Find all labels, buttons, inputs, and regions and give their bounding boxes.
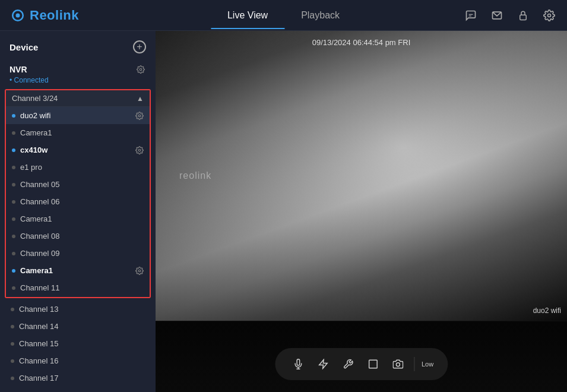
channel-dot [12, 166, 15, 169]
channel-box-title: Channel 3/24 [12, 94, 58, 103]
quality-label[interactable]: Low [419, 361, 436, 368]
channel-name: e1 pro [20, 163, 144, 172]
video-main: 09/13/2024 06:44:54 pm FRI reolink duo2 … [156, 31, 567, 321]
svg-point-9 [138, 149, 141, 151]
tab-live-view[interactable]: Live View [211, 2, 284, 29]
logo-text: Reolink [30, 8, 79, 23]
channel-list-inner: duo2 wifi Camera1cx410w e1 proChannel 05… [6, 107, 150, 297]
channel-dot [11, 377, 14, 380]
video-bottom-feed: Low [156, 321, 567, 392]
channel-item[interactable]: Channel 13 [5, 301, 151, 318]
header: Reolink Live View Playback [0, 0, 567, 31]
channel-dot [12, 252, 15, 255]
channel-item[interactable]: Camera1 [6, 210, 150, 227]
channel-box-header: Channel 3/24 ▲ [6, 90, 150, 107]
channel-name: duo2 wifi [20, 111, 135, 120]
svg-marker-13 [319, 360, 327, 369]
channel-settings-icon[interactable] [135, 112, 144, 120]
chat-icon[interactable] [463, 7, 479, 24]
channel-settings-icon[interactable] [135, 146, 144, 154]
mic-button[interactable] [287, 353, 309, 375]
channel-name: Channel 16 [19, 356, 145, 365]
main-content: Device + NVR Connected Channel 3/24 [0, 31, 567, 392]
channel-name: Camera1 [20, 214, 144, 223]
channel-name: Camera1 [20, 266, 135, 275]
channel-dot [12, 200, 15, 204]
message-icon[interactable] [489, 7, 505, 24]
channel-dot [12, 217, 15, 221]
channel-item[interactable]: Camera1 [6, 124, 150, 141]
channel-dot [12, 286, 15, 290]
channel-dot [12, 235, 15, 238]
video-area: 09/13/2024 06:44:54 pm FRI reolink duo2 … [156, 31, 567, 392]
channel-dot [12, 183, 15, 186]
channel-item[interactable]: Channel 11 [6, 279, 150, 296]
header-icons [463, 7, 558, 24]
channel-name: Channel 05 [20, 180, 144, 189]
channel-item[interactable]: Channel 05 [6, 176, 150, 193]
channel-item[interactable]: Channel 09 [6, 245, 150, 262]
channel-item[interactable]: Channel 15 [5, 335, 151, 352]
channel-name: Channel 08 [20, 232, 144, 241]
svg-point-8 [138, 115, 141, 117]
channel-item[interactable]: Channel 12 [6, 296, 150, 297]
channel-name: Channel 15 [19, 339, 145, 348]
logo-icon [9, 7, 26, 24]
snapshot-button[interactable] [387, 353, 409, 375]
channel-name: Channel 09 [20, 249, 144, 258]
channel-item[interactable]: cx410w [6, 141, 150, 159]
lock-icon[interactable] [515, 7, 531, 24]
channel-settings-icon[interactable] [135, 267, 144, 275]
svg-point-10 [138, 270, 141, 272]
nvr-title: NVR [9, 65, 27, 74]
alarm-button[interactable] [312, 353, 334, 375]
channel-name: Channel 13 [19, 305, 145, 314]
nvr-settings-icon[interactable] [135, 64, 146, 75]
svg-rect-5 [520, 15, 527, 20]
tab-playback[interactable]: Playback [284, 2, 356, 29]
settings-icon[interactable] [541, 7, 558, 24]
channel-name: Channel 06 [20, 197, 144, 206]
channel-item[interactable]: duo2 wifi [6, 107, 150, 124]
channel-collapse-icon[interactable]: ▲ [137, 94, 144, 103]
channel-dot [11, 308, 14, 311]
channel-name: cx410w [20, 146, 135, 154]
camera-background-overlay [156, 31, 567, 321]
channel-item[interactable]: Channel 16 [5, 352, 151, 369]
channel-dot [12, 114, 15, 118]
channel-name: Channel 14 [19, 322, 145, 331]
svg-rect-14 [369, 360, 377, 368]
nvr-header: NVR [9, 64, 146, 75]
channel-item[interactable]: e1 pro [6, 159, 150, 176]
channel-dot [12, 148, 15, 152]
sidebar: Device + NVR Connected Channel 3/24 [0, 31, 156, 392]
channel-item[interactable]: Channel 06 [6, 193, 150, 210]
svg-point-7 [140, 68, 142, 71]
channel-dot [12, 131, 15, 135]
channel-name: Camera1 [20, 128, 144, 137]
channel-name: Channel 11 [20, 283, 144, 292]
sidebar-title: Device [9, 42, 38, 52]
svg-point-6 [548, 14, 551, 17]
add-device-button[interactable]: + [133, 40, 146, 53]
channel-name: Channel 17 [19, 374, 145, 382]
channel-dot [12, 269, 15, 273]
nvr-section: NVR Connected [0, 59, 156, 89]
channel-item[interactable]: Camera1 [6, 262, 150, 279]
channel-item[interactable]: Channel 17 [5, 369, 151, 387]
channel-list-outer: Channel 13Channel 14Channel 15Channel 16… [0, 298, 156, 392]
channel-item[interactable]: Channel 14 [5, 318, 151, 335]
channel-item[interactable]: Channel 08 [6, 227, 150, 245]
svg-point-15 [396, 363, 400, 366]
settings-tool-button[interactable] [337, 353, 359, 375]
channel-dot [11, 342, 14, 346]
logo: Reolink [9, 7, 79, 24]
crop-button[interactable] [362, 353, 384, 375]
toolbar-separator [414, 357, 414, 371]
nvr-status: Connected [9, 76, 146, 84]
sidebar-header: Device + [0, 31, 156, 59]
header-nav: Live View Playback [211, 2, 356, 29]
toolbar: Low [275, 348, 448, 380]
channel-dot [11, 325, 14, 328]
channel-box: Channel 3/24 ▲ duo2 wifi Camera1cx410w e… [5, 89, 151, 298]
